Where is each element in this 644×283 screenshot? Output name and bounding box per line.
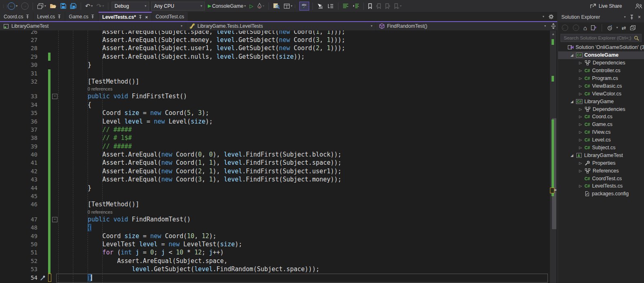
se-back-button[interactable]: ← — [562, 24, 568, 31]
tree-item-viewcolorcs[interactable]: ▷C#ViewColor.cs — [558, 90, 644, 97]
navigate-forward-button[interactable]: → — [20, 2, 29, 11]
filter-dropdown[interactable]: ▾ — [616, 26, 618, 29]
live-share-button[interactable]: Live Share — [590, 3, 642, 9]
code-line-44[interactable]: 44 } — [0, 184, 549, 192]
collapsed-arrow-icon[interactable]: ▷ — [578, 115, 582, 119]
fold-toggle[interactable]: − — [52, 217, 57, 222]
codelens-label[interactable]: 0 references — [88, 209, 112, 215]
pin-icon[interactable] — [138, 15, 142, 19]
new-project-button[interactable]: ▾ — [36, 2, 47, 10]
format-selection-button[interactable] — [352, 2, 360, 9]
go-to-definition-button[interactable] — [316, 2, 325, 10]
code-line-33[interactable]: 33− public void FindFirstTest() — [0, 92, 549, 100]
next-bookmark-button[interactable] — [384, 2, 391, 10]
tree-item-librarygame[interactable]: ◢C#LibraryGame — [558, 97, 644, 105]
expanded-arrow-icon[interactable]: ◢ — [570, 53, 574, 57]
tab-list-dropdown[interactable]: ▾ — [543, 15, 544, 18]
code-line-45[interactable]: 45 — [0, 192, 549, 200]
search-input[interactable] — [563, 35, 634, 41]
tree-item-consolegame[interactable]: ◢C#ConsoleGame — [558, 51, 644, 59]
tree-item-dependencies[interactable]: ▷Dependencies — [558, 59, 644, 67]
tree-item-solutiononligamesolution3[interactable]: Solution 'OnliGameSolution' (3 — [558, 44, 644, 51]
code-line-42[interactable]: 42 Assert.AreEqual(new Coord(2, 1), leve… — [0, 167, 549, 175]
code-line-36[interactable]: 36 Level level = new Level(size); — [0, 117, 549, 126]
switch-views-icon[interactable]: ⇄ — [622, 25, 626, 31]
solution-configuration-dropdown[interactable]: Debug▾ — [112, 2, 149, 11]
feedback-people-icon[interactable] — [635, 3, 642, 9]
close-icon[interactable]: × — [638, 14, 641, 20]
expanded-arrow-icon[interactable]: ◢ — [570, 153, 574, 157]
code-line-52[interactable]: 52 Assert.AreEqual(Subject.space, — [0, 257, 549, 265]
tree-item-librarygametest[interactable]: ◢LibraryGameTest — [558, 151, 644, 159]
code-line-46[interactable]: 46 [TestMethod()] — [0, 200, 549, 208]
solution-explorer-search[interactable] — [560, 34, 642, 42]
tree-item-iviewcs[interactable]: ▷C#IView.cs — [558, 128, 644, 136]
member-dropdown[interactable]: FindRandomTest() ▾ — [376, 22, 549, 30]
expanded-arrow-icon[interactable]: ◢ — [570, 99, 574, 104]
editor-vertical-scrollbar[interactable]: ▲ — [550, 31, 556, 283]
gear-icon[interactable] — [548, 14, 554, 20]
toolbar-grip[interactable]: ⋮⋮ — [2, 5, 5, 7]
tree-item-dependencies[interactable]: ▷Dependencies — [558, 105, 644, 113]
pin-icon[interactable] — [57, 14, 61, 19]
redo-button[interactable]: ↷▾ — [96, 2, 105, 10]
code-line-41[interactable]: 41 Assert.AreEqual(new Coord(1, 1), leve… — [0, 159, 549, 167]
code-line-39[interactable]: 39 // ##### — [0, 142, 549, 150]
type-dropdown[interactable]: LibraryGame.Tests.LevelTests ▾ — [186, 22, 376, 30]
code-line-40[interactable]: 40 Assert.AreEqual(new Coord(0, 0), leve… — [0, 150, 549, 159]
start-without-debugging-button[interactable]: ▷ — [248, 2, 254, 10]
sync-with-active-document-icon[interactable] — [591, 25, 597, 31]
fold-toggle[interactable]: − — [52, 94, 57, 99]
collapse-all-icon[interactable] — [630, 25, 636, 31]
code-line-47[interactable]: 47− public void FindRandomTest() — [0, 215, 549, 223]
collapsed-arrow-icon[interactable]: ▷ — [578, 138, 582, 142]
save-all-button[interactable] — [69, 2, 77, 10]
find-in-files-button[interactable] — [272, 2, 281, 10]
codelens-label[interactable]: 0 references — [88, 86, 112, 92]
collapsed-arrow-icon[interactable]: ▷ — [578, 161, 582, 165]
code-line-29[interactable]: 29 Assert.AreEqual(Subject.nulls, level.… — [0, 53, 549, 61]
tree-item-packagesconfig[interactable]: packages.config — [558, 190, 644, 198]
toggle-bookmark-button[interactable] — [367, 2, 373, 10]
code-line-34[interactable]: 34 { — [0, 101, 549, 109]
tree-item-viewbasiccs[interactable]: ▷C#ViewBasic.cs — [558, 82, 644, 90]
tab-leveltestscs[interactable]: LevelTests.cs*× — [99, 12, 152, 21]
hot-reload-button[interactable]: ▾ — [256, 2, 265, 10]
code-line-26[interactable]: 26 Assert.AreEqual(Subject.space, level.… — [0, 31, 549, 36]
code-line-27[interactable]: 27 Assert.AreEqual(Subject.money, level.… — [0, 36, 549, 44]
tree-item-coordtestcs[interactable]: C#CoordTest.cs — [558, 175, 644, 182]
collapsed-arrow-icon[interactable]: ▷ — [578, 84, 582, 88]
tab-levelcs[interactable]: Level.cs — [33, 12, 65, 21]
start-debugging-button[interactable]: ▶ ConsoleGame ▾ — [207, 2, 246, 10]
collapsed-arrow-icon[interactable]: ▷ — [578, 184, 582, 188]
code-line-49[interactable]: 49 Coord size = new Coord(10, 12); — [0, 232, 549, 240]
code-line-38[interactable]: 38 // # 1$# — [0, 134, 549, 142]
clear-bookmarks-button[interactable]: ▾ — [393, 2, 402, 10]
panel-options-dropdown[interactable]: ▾ — [624, 15, 626, 19]
pending-changes-filter-icon[interactable] — [607, 25, 613, 31]
code-line-32[interactable]: 32 [TestMethod()] — [0, 77, 549, 86]
tree-item-programcs[interactable]: ▷C#Program.cs — [558, 75, 644, 82]
collapsed-arrow-icon[interactable]: ▷ — [578, 146, 582, 150]
pin-icon[interactable] — [630, 15, 634, 20]
collapsed-arrow-icon[interactable]: ▷ — [578, 169, 582, 173]
watch-window-button[interactable]: ▾⋮ — [283, 2, 297, 10]
code-line-43[interactable]: 43 Assert.AreEqual(new Coord(3, 1), leve… — [0, 175, 549, 184]
format-document-button[interactable] — [342, 2, 350, 9]
pin-icon[interactable] — [26, 14, 29, 19]
pin-icon[interactable] — [91, 14, 95, 19]
spell-check-toggle[interactable]: abc✓ — [299, 2, 309, 11]
tab-coordcs[interactable]: Coord.cs — [0, 12, 33, 21]
tab-gamecs[interactable]: Game.cs — [65, 12, 99, 21]
tree-item-leveltestscs[interactable]: ▷C#LevelTests.cs — [558, 182, 644, 190]
home-icon[interactable]: ⌂ — [583, 24, 587, 31]
scroll-up-arrow[interactable]: ▲ — [550, 32, 556, 36]
tab-coordtestcs[interactable]: CoordTest.cs — [152, 12, 188, 21]
code-line-37[interactable]: 37 // ##### — [0, 126, 549, 134]
tree-item-references[interactable]: ▷References — [558, 167, 644, 175]
editor-split-handle[interactable] — [549, 22, 557, 30]
code-line-31[interactable]: 31 — [0, 69, 549, 77]
collapsed-arrow-icon[interactable]: ▷ — [578, 122, 582, 126]
code-line-35[interactable]: 35 Coord size = new Coord(5, 3); — [0, 109, 549, 117]
code-editor[interactable]: 26 Assert.AreEqual(Subject.space, level.… — [0, 31, 557, 283]
